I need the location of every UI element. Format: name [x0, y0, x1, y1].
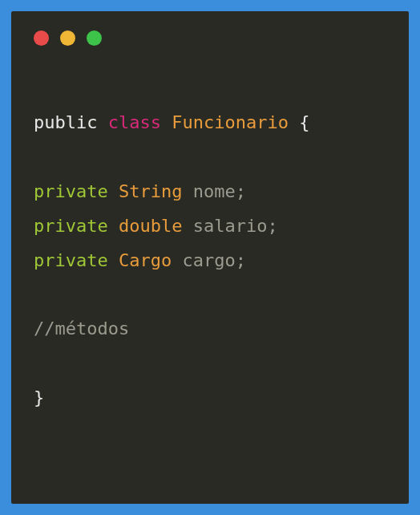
keyword-public: public — [34, 112, 97, 132]
semicolon: ; — [267, 216, 277, 236]
keyword-private: private — [34, 250, 108, 270]
class-name: Funcionario — [172, 112, 289, 132]
comment: //métodos — [34, 318, 129, 339]
field-type: String — [119, 181, 182, 201]
code-block: public class Funcionario { private Strin… — [34, 106, 386, 416]
keyword-class: class — [108, 112, 161, 132]
minimize-icon[interactable] — [60, 30, 75, 46]
traffic-lights — [34, 30, 386, 46]
close-icon[interactable] — [34, 30, 49, 46]
semicolon: ; — [236, 181, 246, 201]
semicolon: ; — [236, 250, 246, 270]
field-name: nome — [193, 181, 236, 201]
close-brace: } — [34, 387, 44, 408]
keyword-private: private — [34, 216, 108, 236]
open-brace: { — [299, 112, 309, 132]
field-name: salario — [193, 216, 268, 236]
keyword-private: private — [34, 181, 108, 201]
field-type: double — [119, 216, 182, 236]
field-type: Cargo — [119, 250, 172, 270]
maximize-icon[interactable] — [87, 30, 102, 46]
field-name: cargo — [182, 250, 235, 270]
code-window: public class Funcionario { private Strin… — [11, 11, 409, 504]
